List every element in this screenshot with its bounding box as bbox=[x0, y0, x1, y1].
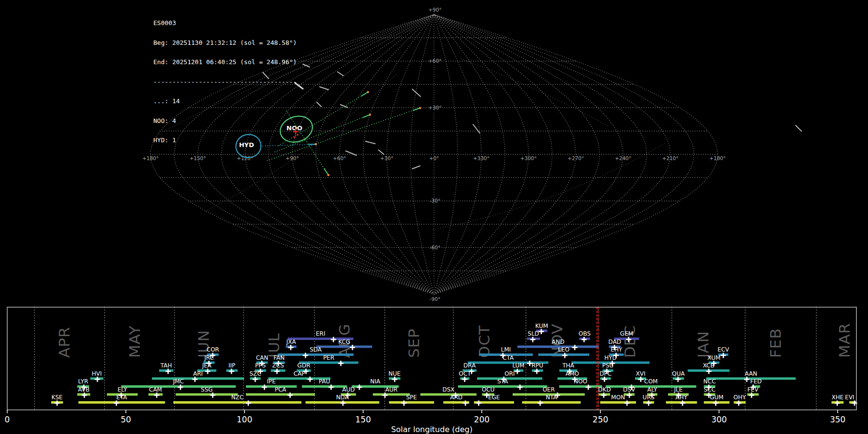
grid-meridian bbox=[434, 14, 670, 294]
shower-label-jxa: JXA bbox=[286, 339, 297, 345]
shower-label-szc: SZC bbox=[249, 370, 261, 377]
shower-bar-ipe bbox=[246, 385, 297, 388]
app-root: +180°+150°+120°+90°+60°+30°+0°+330°+300°… bbox=[0, 0, 868, 434]
lon-label: +0° bbox=[429, 155, 439, 161]
shower-label-eri: ERI bbox=[316, 330, 325, 337]
aux-curve bbox=[461, 59, 609, 126]
meteor-solid-segment bbox=[361, 92, 368, 96]
shower-label-ari: ARI bbox=[193, 370, 203, 377]
shower-label-oer: OER bbox=[542, 386, 555, 393]
shower-bar-aur bbox=[373, 393, 410, 396]
lon-label: +180° bbox=[709, 155, 726, 161]
sporadic-count: ...: 14 bbox=[153, 98, 297, 105]
shower-label-nia: NIA bbox=[370, 378, 381, 385]
shower-label-ori: ORI bbox=[504, 370, 515, 377]
shower-label-noo: NOO bbox=[574, 378, 587, 385]
sporadic-meteor-streak bbox=[303, 64, 310, 67]
sporadic-meteor-streak bbox=[412, 166, 420, 169]
shower-label-xvi: XVI bbox=[636, 370, 646, 377]
month-label-mar: MAR bbox=[836, 323, 853, 358]
shower-bar-pca bbox=[246, 393, 315, 396]
shower-label-dra: DRA bbox=[463, 362, 476, 369]
shower-label-mon: MON bbox=[611, 394, 625, 401]
shower-label-cor: COR bbox=[206, 346, 219, 353]
shower-label-lmi: LMI bbox=[501, 346, 511, 353]
lat-label: -60° bbox=[430, 244, 440, 250]
meteor-endpoint-dot bbox=[327, 174, 330, 176]
shower-bar-ssg bbox=[176, 393, 238, 396]
begin-time: Beg: 20251130 21:32:12 (sol = 248.58°) bbox=[153, 40, 297, 46]
station-id: ES0003 bbox=[153, 20, 297, 27]
shower-label-qua: QUA bbox=[672, 370, 685, 377]
sporadic-meteor-streak bbox=[473, 124, 480, 133]
shower-label-cap: CAP bbox=[294, 370, 305, 377]
grid-meridian bbox=[434, 14, 694, 294]
shower-bar-mon bbox=[600, 401, 636, 404]
shower-bar-kcg bbox=[316, 346, 372, 348]
lon-label: +240° bbox=[615, 155, 631, 161]
x-axis-title: Solar longitude (deg) bbox=[391, 425, 473, 434]
radiant-red-dot bbox=[297, 134, 298, 136]
lat-label: -90° bbox=[430, 296, 440, 302]
sporadic-meteor-streak bbox=[338, 72, 343, 76]
shower-bar-eta bbox=[79, 401, 165, 404]
sporadic-meteor-streak bbox=[320, 87, 328, 90]
grid-meridian bbox=[434, 14, 481, 294]
shower-label-pau: PAU bbox=[319, 378, 330, 385]
shower-label-ipe: IPE bbox=[267, 378, 275, 385]
shower-label-sld: SLD bbox=[528, 330, 539, 337]
shower-label-xhe: XHE bbox=[831, 394, 843, 401]
sporadic-meteor-streak bbox=[346, 151, 356, 155]
noo-count: NOO: 4 bbox=[153, 118, 297, 124]
sporadic-meteor-streak bbox=[379, 150, 384, 154]
lon-label: +270° bbox=[568, 155, 584, 161]
shower-bar-dsx bbox=[420, 393, 477, 396]
shower-label-sta: STA bbox=[497, 378, 508, 385]
shower-label-ehy: EHY bbox=[610, 346, 623, 353]
shower-bar-sta bbox=[458, 385, 547, 388]
shower-label-eta: ETA bbox=[116, 394, 127, 401]
meteor-solid-segment bbox=[324, 169, 328, 175]
shower-label-leo: LEO bbox=[558, 346, 570, 353]
shower-label-hyd: HYD bbox=[604, 354, 617, 361]
shower-label-obs: OBS bbox=[579, 330, 591, 337]
x-tick-label: 50 bbox=[121, 415, 131, 424]
meteor-solid-segment bbox=[413, 108, 420, 110]
shower-label-pps: PPS bbox=[255, 362, 266, 369]
shower-label-xum: XUM bbox=[707, 354, 720, 361]
shower-label-per: PER bbox=[323, 354, 334, 361]
shower-label-gem: GEM bbox=[620, 330, 633, 337]
shower-label-aly: ALY bbox=[647, 386, 657, 393]
shower-label-dad: DAD bbox=[609, 339, 621, 345]
shower-label-ahy: AHY bbox=[676, 394, 688, 401]
shower-label-aan: AAN bbox=[745, 370, 757, 377]
info-panel: ES0003 Beg: 20251130 21:32:12 (sol = 248… bbox=[153, 7, 297, 157]
shower-label-gdr: GDR bbox=[298, 362, 311, 369]
shower-label-dsx: DSX bbox=[442, 386, 454, 393]
shower-label-nzc: NZC bbox=[231, 394, 244, 401]
shower-label-nda: NDA bbox=[336, 394, 349, 401]
shower-bar-noo bbox=[559, 385, 602, 388]
shower-label-jrc: JRC bbox=[204, 354, 214, 361]
shower-label-kse: KSE bbox=[52, 394, 63, 401]
shower-label-ohy: OHY bbox=[733, 394, 746, 401]
lon-label: +300° bbox=[520, 155, 537, 161]
meteor-solid-segment bbox=[363, 115, 370, 118]
lon-label: +210° bbox=[662, 155, 678, 161]
shower-label-tha: THA bbox=[562, 362, 574, 369]
hyd-count: HYD: 1 bbox=[153, 137, 297, 144]
shower-label-dsv: DSV bbox=[623, 386, 636, 393]
shower-label-dpc: DPC bbox=[599, 370, 611, 377]
meteor-endpoint-dot bbox=[367, 91, 369, 94]
sporadic-meteor-streak bbox=[796, 125, 801, 131]
shower-label-ecv: ECV bbox=[718, 346, 730, 353]
shower-label-tah: TAH bbox=[160, 362, 172, 369]
lat-label: +90° bbox=[428, 7, 441, 13]
shower-label-lyr: LYR bbox=[78, 378, 88, 385]
lon-label: +60° bbox=[333, 155, 346, 161]
x-tick-label: 350 bbox=[830, 415, 845, 424]
shower-label-ncc: NCC bbox=[704, 378, 716, 385]
meteor-solid-segment bbox=[308, 144, 316, 145]
shower-label-urs: URS bbox=[643, 394, 655, 401]
shower-label-avb: AVB bbox=[78, 386, 90, 393]
